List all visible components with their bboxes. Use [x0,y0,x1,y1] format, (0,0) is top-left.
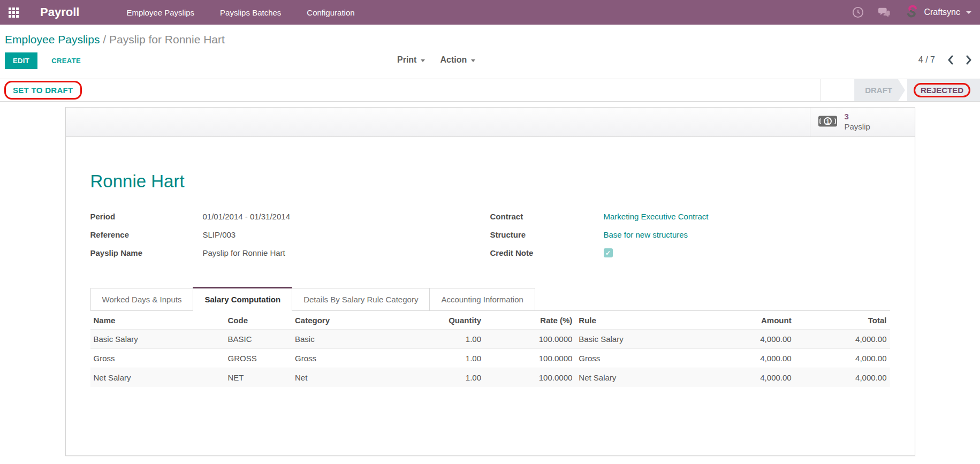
field-label-reference: Reference [90,229,203,247]
table-header-row: Name Code Category Quantity Rate (%) Rul… [90,311,890,330]
pager-value: 4 / 7 [918,55,935,65]
col-header-rate[interactable]: Rate (%) [484,311,575,330]
form-view: 1 3 Payslip Ronnie Hart Period 01/01/201 [0,102,980,456]
credit-note-checkbox [604,248,613,257]
user-menu[interactable]: Craftsync [905,4,971,20]
form-sheet: Ronnie Hart Period 01/01/2014 - 01/31/20… [66,137,915,401]
field-label-payslip-name: Payslip Name [90,247,203,265]
field-label-contract: Contract [490,211,604,229]
col-header-amount[interactable]: Amount [708,311,795,330]
money-icon: 1 [818,115,838,130]
col-header-quantity[interactable]: Quantity [374,311,484,330]
activities-clock-icon[interactable] [852,6,864,18]
annotation-set-to-draft: SET TO DRAFT [4,81,82,100]
field-value-period: 01/01/2014 - 01/31/2014 [203,211,290,229]
chevron-down-icon [421,59,425,62]
apps-grid-icon[interactable] [9,7,19,18]
nav-item-configuration[interactable]: Configuration [307,8,354,17]
col-header-code[interactable]: Code [224,311,291,330]
edit-button[interactable]: EDIT [5,52,37,69]
status-step-rejected[interactable]: REJECTED [907,79,980,101]
table-row[interactable]: Net Salary NET Net 1.00 100.0000 Net Sal… [90,368,890,387]
top-navbar: Payroll Employee Payslips Payslips Batch… [0,0,980,25]
col-header-category[interactable]: Category [292,311,374,330]
notebook-tabs: Worked Days & Inputs Salary Computation … [90,287,890,311]
user-name: Craftsync [924,7,960,17]
nav-menu: Employee Payslips Payslips Batches Confi… [126,8,354,17]
record-title: Ronnie Hart [90,171,890,192]
field-value-structure[interactable]: Base for new structures [604,229,688,247]
chevron-down-icon [471,59,475,62]
annotation-rejected: REJECTED [914,83,970,97]
chevron-down-icon [966,11,971,14]
col-header-name[interactable]: Name [90,311,225,330]
field-label-period: Period [90,211,203,229]
set-to-draft-button[interactable]: SET TO DRAFT [13,86,73,95]
breadcrumb-parent[interactable]: Employee Payslips [5,33,100,45]
tab-details-by-salary-rule-category[interactable]: Details By Salary Rule Category [292,288,430,311]
pager-previous-icon[interactable] [947,55,954,65]
payslip-stat-label: Payslip [845,122,870,132]
messages-chat-icon[interactable] [878,6,891,18]
user-avatar [905,4,919,20]
app-title[interactable]: Payroll [40,5,79,19]
status-step-draft[interactable]: DRAFT [854,79,905,101]
breadcrumb-current: Payslip for Ronnie Hart [109,33,225,45]
tab-salary-computation[interactable]: Salary Computation [193,287,292,311]
field-value-payslip-name: Payslip for Ronnie Hart [203,247,285,265]
field-label-structure: Structure [490,229,604,247]
payslip-stat-button[interactable]: 1 3 Payslip [810,108,915,136]
table-row[interactable]: Gross GROSS Gross 1.00 100.0000 Gross 4,… [90,349,890,368]
col-header-total[interactable]: Total [795,311,890,330]
payslip-count: 3 [845,112,870,122]
salary-lines-table: Name Code Category Quantity Rate (%) Rul… [90,311,890,387]
tab-accounting-information[interactable]: Accounting Information [429,288,535,311]
field-group-right: Contract Marketing Executive Contract St… [490,211,890,265]
payslip-form-card: 1 3 Payslip Ronnie Hart Period 01/01/201 [65,107,915,456]
button-box: 1 3 Payslip [66,108,915,137]
breadcrumb-separator: / [103,33,106,45]
create-button[interactable]: CREATE [51,57,81,65]
field-group-left: Period 01/01/2014 - 01/31/2014 Reference… [90,211,490,265]
pager-next-icon[interactable] [966,55,973,65]
table-row[interactable]: Basic Salary BASIC Basic 1.00 100.0000 B… [90,330,890,349]
nav-item-payslips-batches[interactable]: Payslips Batches [220,8,281,17]
statusbar: SET TO DRAFT DRAFT REJECTED [0,79,980,102]
control-panel: EDIT CREATE Print Action 4 / 7 [0,52,980,74]
breadcrumb: Employee Payslips / Payslip for Ronnie H… [0,25,980,48]
action-dropdown[interactable]: Action [440,55,475,65]
svg-text:1: 1 [826,118,829,125]
tab-worked-days-inputs[interactable]: Worked Days & Inputs [90,288,194,311]
print-dropdown[interactable]: Print [397,55,425,65]
field-label-credit-note: Credit Note [490,247,604,265]
nav-item-employee-payslips[interactable]: Employee Payslips [126,8,194,17]
field-value-contract[interactable]: Marketing Executive Contract [604,211,709,229]
field-value-reference: SLIP/003 [203,229,236,247]
record-pager: 4 / 7 [918,55,973,65]
col-header-rule[interactable]: Rule [575,311,708,330]
